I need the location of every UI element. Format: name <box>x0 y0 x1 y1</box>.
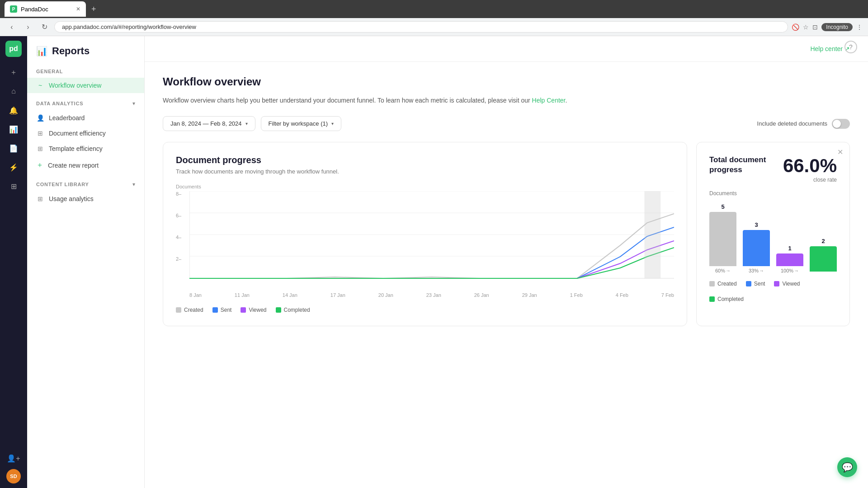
sidebar-header: 📊 Reports <box>27 36 144 61</box>
bar-chart: 5 60%→ 3 33%→ 1 <box>709 201 837 273</box>
sidebar-item-workflow[interactable]: ~ Workflow overview <box>27 78 144 93</box>
tab-close-icon[interactable]: ✕ <box>76 6 80 12</box>
sidebar-item-create-report[interactable]: ＋ Create new report <box>27 156 144 174</box>
description-text-1: Workflow overview charts help you better… <box>163 97 530 104</box>
create-icon: ＋ <box>36 160 43 170</box>
avatar-initials: SD <box>10 474 17 479</box>
date-range-filter[interactable]: Jan 8, 2024 — Feb 8, 2024 ▾ <box>163 116 255 131</box>
legend-sent: Sent <box>212 307 232 313</box>
help-center-link[interactable]: Help center ↗ <box>810 45 850 52</box>
total-percentage-group: 66.0% close rate <box>783 155 837 183</box>
date-range-text: Jan 8, 2024 — Feb 8, 2024 <box>170 120 242 127</box>
page-help-icon[interactable]: ? <box>844 41 857 53</box>
legend-sent-dot <box>212 307 218 313</box>
bar-chart-legend: Created Sent Viewed Completed <box>709 281 837 302</box>
split-view-icon[interactable]: ⊡ <box>812 23 818 31</box>
back-button[interactable]: ‹ <box>5 21 18 33</box>
bar-legend-viewed-dot <box>774 281 779 286</box>
chart-area: 8– 6– 4– 2– <box>176 191 674 291</box>
add-icon[interactable]: ＋ <box>5 64 22 80</box>
legend-created-dot <box>176 307 181 313</box>
description-period: . <box>566 97 567 104</box>
legend-viewed: Viewed <box>241 307 266 313</box>
document-icon[interactable]: 📄 <box>5 140 22 156</box>
bar-completed <box>810 246 837 272</box>
date-dropdown-icon: ▾ <box>245 121 248 126</box>
y-axis-title: Documents <box>176 184 674 189</box>
nav-actions: 🚫 ☆ ⊡ Incognito ⋮ <box>792 23 863 31</box>
chat-bubble[interactable]: 💬 <box>837 457 857 477</box>
x-label-14jan: 14 Jan <box>283 292 297 298</box>
reports-icon[interactable]: 📊 <box>5 121 22 137</box>
sidebar-item-usage-analytics[interactable]: ⊞ Usage analytics <box>27 191 144 206</box>
legend-viewed-label: Viewed <box>249 307 266 313</box>
add-user-icon[interactable]: 👤+ <box>5 450 22 466</box>
doc-efficiency-icon: ⊞ <box>36 130 44 137</box>
tab-favicon: P <box>10 5 17 13</box>
include-deleted-toggle-group: Include deleted documents <box>757 119 850 129</box>
general-section-label: GENERAL <box>27 61 144 78</box>
new-tab-button[interactable]: + <box>91 5 96 14</box>
lightning-icon[interactable]: ⚡ <box>5 159 22 175</box>
home-icon[interactable]: ⌂ <box>5 83 22 99</box>
sidebar-item-document-efficiency[interactable]: ⊞ Document efficiency <box>27 126 144 141</box>
url-text: app.pandadoc.com/a/#/reporting/workflow-… <box>62 23 196 30</box>
content-library-section-header: CONTENT LIBRARY ▾ <box>27 174 144 191</box>
x-label-20jan: 20 Jan <box>378 292 393 298</box>
address-bar[interactable]: app.pandadoc.com/a/#/reporting/workflow-… <box>54 21 788 33</box>
include-deleted-label: Include deleted documents <box>757 120 827 127</box>
bar-pct-sent: 33%→ <box>749 268 764 273</box>
legend-completed-label: Completed <box>284 307 310 313</box>
grid-icon[interactable]: ⊞ <box>5 178 22 194</box>
content-library-label: CONTENT LIBRARY <box>36 182 89 187</box>
bar-legend-completed: Completed <box>709 296 837 302</box>
y-label-4: 4– <box>176 235 181 240</box>
y-label-2: 2– <box>176 256 181 262</box>
avatar[interactable]: SD <box>6 469 21 483</box>
x-label-7feb: 7 Feb <box>661 292 674 298</box>
bar-value-created: 5 <box>721 203 724 210</box>
bar-legend-created-dot <box>709 281 715 286</box>
description: Workflow overview charts help you better… <box>163 95 850 105</box>
notification-icon[interactable]: 🔔 <box>5 102 22 118</box>
browser-tab[interactable]: P PandaDoc ✕ <box>5 1 86 17</box>
include-deleted-toggle[interactable] <box>832 119 850 129</box>
bar-value-sent: 3 <box>755 221 758 228</box>
data-analytics-section-header: DATA ANALYTICS ▾ <box>27 93 144 110</box>
docs-axis-label: Documents <box>709 190 837 197</box>
total-percentage: 66.0% <box>783 155 837 177</box>
menu-icon[interactable]: ⋮ <box>856 23 863 31</box>
collapse-content-library-icon[interactable]: ▾ <box>132 181 135 188</box>
bar-value-viewed: 1 <box>788 245 791 252</box>
reload-button[interactable]: ↻ <box>38 21 51 33</box>
workspace-filter[interactable]: Filter by workspace (1) ▾ <box>261 116 341 131</box>
legend-viewed-dot <box>241 307 246 313</box>
app-logo[interactable]: pd <box>5 41 22 57</box>
sidebar-workflow-label: Workflow overview <box>49 82 101 89</box>
main-content: Help center ↗ Workflow overview Workflow… <box>145 36 868 488</box>
usage-analytics-icon: ⊞ <box>36 195 44 202</box>
line-chart-container: Documents 8– 6– 4– 2– <box>176 184 674 298</box>
total-progress-title: Total document progress <box>709 155 783 175</box>
help-center-inline-link[interactable]: Help Center <box>532 97 566 104</box>
close-card-button[interactable]: ✕ <box>837 148 843 156</box>
x-label-1feb: 1 Feb <box>570 292 583 298</box>
bar-legend-completed-dot <box>709 296 715 302</box>
data-analytics-label: DATA ANALYTICS <box>36 101 83 106</box>
sidebar-item-leaderboard[interactable]: 👤 Leaderboard <box>27 110 144 126</box>
bar-pct-created: 60%→ <box>715 268 731 273</box>
logo-text: pd <box>9 45 18 53</box>
collapse-data-analytics-icon[interactable]: ▾ <box>132 100 135 107</box>
sidebar-item-template-efficiency[interactable]: ⊞ Template efficiency <box>27 141 144 156</box>
legend-created: Created <box>176 307 203 313</box>
leaderboard-label: Leaderboard <box>49 114 85 122</box>
template-efficiency-label: Template efficiency <box>49 145 103 152</box>
x-label-26jan: 26 Jan <box>474 292 489 298</box>
bar-legend-sent: Sent <box>746 281 765 287</box>
forward-button[interactable]: › <box>22 21 34 33</box>
filters-row: Jan 8, 2024 — Feb 8, 2024 ▾ Filter by wo… <box>163 116 850 131</box>
main-header: Help center ↗ <box>145 36 868 62</box>
star-icon[interactable]: ☆ <box>803 23 809 31</box>
workspace-dropdown-icon: ▾ <box>331 121 334 126</box>
workflow-icon: ~ <box>36 82 44 89</box>
